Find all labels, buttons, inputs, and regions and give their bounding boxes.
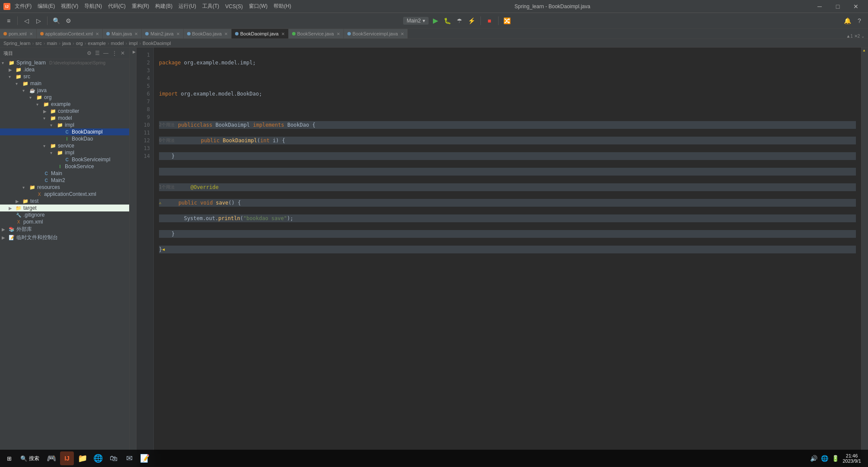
tree-item-java[interactable]: ▾ ☕ java [0,87,129,94]
menu-window[interactable]: 窗口(W) [246,2,270,11]
coverage-button[interactable]: ☂ [455,16,465,26]
tree-item-src[interactable]: ▾ 📁 src [0,73,129,80]
tree-item-external-libs[interactable]: ▶ 📚 外部库 [0,225,129,234]
tree-item-resources[interactable]: ▾ 📁 resources [0,184,129,191]
tree-item-impl[interactable]: ▾ 📁 impl [0,122,129,128]
taskbar-store-icon[interactable]: 🛍 [107,451,121,465]
breadcrumb-bookdaoimpl[interactable]: BookDaoimpl [143,41,171,46]
close-button[interactable]: ✕ [847,0,865,13]
tree-item-model[interactable]: ▾ 📁 model [0,115,129,122]
taskbar-edge-icon[interactable]: 🌐 [91,451,105,465]
tab-bookserviceimpl-java[interactable]: BookServiceimpl.java ✕ [344,29,408,38]
tab-close-bookservice[interactable]: ✕ [337,32,340,36]
forward-button[interactable]: ▷ [33,16,44,26]
run-configuration[interactable]: Main2 ▾ [403,17,429,25]
start-button[interactable]: ⊞ [3,451,15,465]
tab-bookdaoimpl-java[interactable]: BookDaoimpl.java ✕ [232,29,289,38]
breadcrumb-spring-learn[interactable]: Spring_learn [3,41,30,46]
notifications-button[interactable]: 🔔 [842,16,852,26]
taskbar-file-icon[interactable]: 📁 [76,451,89,465]
menu-help[interactable]: 帮助(H) [271,2,294,11]
search-everywhere-button[interactable]: 🔍 [51,16,61,26]
tab-close-bookdao[interactable]: ✕ [224,32,228,36]
taskbar-intellij-icon[interactable]: IJ [60,451,74,465]
menu-view[interactable]: 视图(V) [58,2,81,11]
tab-close-bookdaoimpl[interactable]: ✕ [281,32,285,36]
settings-button[interactable]: ⚙ [63,16,73,26]
menu-file[interactable]: 文件(F) [12,2,34,11]
stop-button[interactable]: ■ [484,16,495,26]
tree-item-appcontext-xml[interactable]: X applicationContext.xml [0,191,129,198]
tab-bookservice-java[interactable]: BookService.java ✕ [289,29,344,38]
code-editor[interactable]: 1 2 3 4 5 6 7 8 9 10 11 12 13 14 package… [137,48,868,466]
breadcrumb-impl[interactable]: impl [129,41,137,46]
git-button[interactable]: 🔀 [502,16,512,26]
sidebar-layout-button[interactable]: ☰ [94,49,101,57]
menu-refactor[interactable]: 重构(R) [129,2,152,11]
tree-item-main2-class[interactable]: C Main2 [0,177,129,184]
sidebar-gear-button[interactable]: ⋮ [111,49,118,57]
code-content[interactable]: package org.example.model.impl; import o… [154,48,861,466]
tab-bookdao-java[interactable]: BookDao.java ✕ [184,29,232,38]
debug-button[interactable]: 🐛 [442,16,453,26]
breadcrumb-model[interactable]: model [111,41,124,46]
tree-item-example[interactable]: ▾ 📁 example [0,101,129,108]
back-button[interactable]: ◁ [21,16,32,26]
tray-icon-1[interactable]: 🔊 [810,455,817,462]
search-button[interactable]: 🔍 搜索 [17,451,43,465]
tree-item-org[interactable]: ▾ 📁 org [0,94,129,101]
tree-item-idea[interactable]: ▶ 📁 .idea [0,66,129,73]
menu-build[interactable]: 构建(B) [153,2,175,11]
profile-button[interactable]: ⚡ [467,16,477,26]
breadcrumb-example[interactable]: example [88,41,106,46]
tree-item-bookdao[interactable]: I BookDao [0,135,129,142]
tab-close-pom[interactable]: ✕ [29,32,33,36]
tree-item-gitignore[interactable]: 🔧 .gitignore [0,211,129,218]
menu-navigate[interactable]: 导航(N) [82,2,105,11]
system-clock[interactable]: 21:46 2023/9/1 [843,453,861,464]
breadcrumb-main[interactable]: main [47,41,57,46]
maximize-button[interactable]: □ [829,0,846,13]
tab-close-main2[interactable]: ✕ [176,32,180,36]
menu-vcs[interactable]: VCS(S) [223,3,245,10]
tree-item-scratch[interactable]: ▶ 📝 临时文件和控制台 [0,234,129,242]
tree-item-bookservice[interactable]: I BookService [0,163,129,170]
breadcrumb-src[interactable]: src [35,41,42,46]
taskbar-game-icon[interactable]: 🎮 [45,451,58,465]
taskbar-mail-icon[interactable]: ✉ [122,451,136,465]
help-button[interactable]: ? [854,16,865,26]
breadcrumb-org[interactable]: org [76,41,83,46]
tray-icon-2[interactable]: 🌐 [821,455,828,462]
tab-main2-java[interactable]: Main2.java ✕ [142,29,183,38]
tab-appcontext-xml[interactable]: applicationContext.xml ✕ [37,29,103,38]
tab-pom-xml[interactable]: pom.xml ✕ [0,29,37,38]
tab-close-main[interactable]: ✕ [134,32,138,36]
tree-item-target[interactable]: ▶ 📁 target [0,205,129,211]
tab-close-appcontext[interactable]: ✕ [95,32,99,36]
tree-item-test[interactable]: ▶ 📁 test [0,198,129,205]
taskbar-notes-icon[interactable]: 📝 [138,451,152,465]
menu-tools[interactable]: 工具(T) [200,2,222,11]
tree-item-main-class[interactable]: C Main [0,170,129,177]
sidebar-settings-button[interactable]: ⚙ [86,49,92,57]
breadcrumb-java[interactable]: java [62,41,71,46]
minimize-button[interactable]: ─ [811,0,828,13]
tree-item-service[interactable]: ▾ 📁 service [0,142,129,149]
run-button[interactable]: ▶ [430,16,441,26]
tab-close-bookserviceimpl[interactable]: ✕ [401,32,404,36]
sidebar-collapse-button[interactable]: — [102,49,109,57]
tree-item-bookserviceimpl[interactable]: C BookServiceimpl [0,156,129,163]
sidebar-toggle-button[interactable]: ≡ [3,16,14,26]
menu-edit[interactable]: 编辑(E) [35,2,57,11]
tab-main-java[interactable]: Main.java ✕ [103,29,142,38]
tree-item-service-impl[interactable]: ▾ 📁 impl [0,149,129,156]
tree-item-bookdaoimpl[interactable]: C BookDaoimpl [0,128,129,135]
tree-item-main[interactable]: ▾ 📁 main [0,80,129,87]
tree-item-spring-learn[interactable]: ▾ 📁 Spring_learn D:\develop\workspace\Sp… [0,59,129,66]
tree-item-pom-xml[interactable]: X pom.xml [0,218,129,225]
menu-run[interactable]: 运行(U) [176,2,199,11]
tray-icon-3[interactable]: 🔋 [832,455,839,462]
tree-item-controller[interactable]: ▶ 📁 controller [0,108,129,115]
sidebar-close-button[interactable]: ✕ [120,49,126,57]
menu-code[interactable]: 代码(C) [105,2,128,11]
